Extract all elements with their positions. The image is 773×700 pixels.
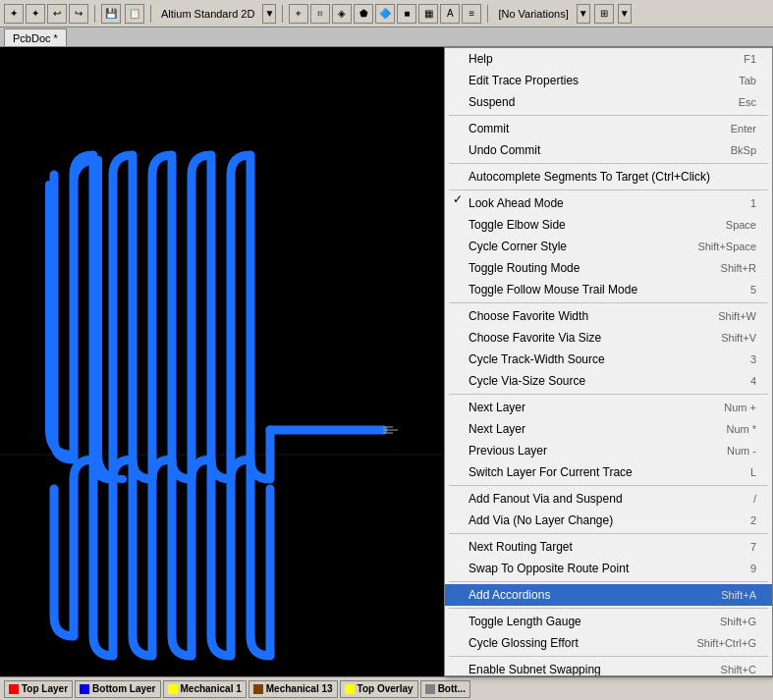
toolbar-btn-5[interactable]: 📋 — [125, 4, 144, 24]
menu-item-cycle-glossing[interactable]: Cycle Glossing EffortShift+Ctrl+G — [445, 632, 772, 654]
toolbar-btn-2[interactable]: ✦ — [26, 4, 45, 24]
status-layer-top-layer[interactable]: Top Layer — [4, 680, 73, 698]
menu-item-toggle-elbow[interactable]: Toggle Elbow SideSpace — [445, 214, 772, 236]
menu-label-suspend: Suspend — [469, 95, 723, 109]
menu-item-autocomplete[interactable]: Autocomplete Segments To Target (Ctrl+Cl… — [445, 166, 772, 188]
menu-label-help: Help — [469, 52, 728, 66]
menu-item-cycle-via-size[interactable]: Cycle Via-Size Source4 — [445, 370, 772, 392]
toolbar-btn-4[interactable]: ↪ — [69, 4, 88, 24]
status-layer-top-overlay[interactable]: Top Overlay — [340, 680, 418, 698]
menu-item-wrapper-toggle-follow: Toggle Follow Mouse Trail Mode5 — [445, 279, 772, 300]
toolbar-btn-r2[interactable]: ⌗ — [310, 4, 330, 24]
menu-item-next-layer1[interactable]: Next LayerNum + — [445, 397, 772, 418]
toolbar-btn-1[interactable]: ✦ — [4, 4, 24, 24]
menu-item-suspend[interactable]: SuspendEsc — [445, 91, 772, 113]
app-dropdown[interactable]: ▼ — [262, 4, 276, 24]
menu-item-next-layer2[interactable]: Next LayerNum * — [445, 418, 772, 440]
menu-label-toggle-length: Toggle Length Gauge — [469, 615, 704, 628]
menu-item-swap-opposite[interactable]: Swap To Opposite Route Point9 — [445, 558, 772, 579]
menu-item-wrapper-look-ahead: ✓Look Ahead Mode1 — [445, 192, 772, 214]
menu-item-commit[interactable]: CommitEnter — [445, 118, 772, 139]
menu-separator — [449, 581, 768, 582]
menu-item-toggle-length[interactable]: Toggle Length GaugeShift+G — [445, 611, 772, 632]
menu-item-wrapper-add-via: Add Via (No Layer Change)2 — [445, 510, 772, 531]
toolbar-btn-end-dropdown[interactable]: ▼ — [618, 4, 632, 24]
toolbar-btn-r6[interactable]: ■ — [397, 4, 416, 24]
toolbar-btn-save[interactable]: 💾 — [101, 4, 121, 24]
menu-item-wrapper-commit: CommitEnter — [445, 118, 772, 139]
menu-item-toggle-routing[interactable]: Toggle Routing ModeShift+R — [445, 257, 772, 279]
menu-item-prev-layer[interactable]: Previous LayerNum - — [445, 440, 772, 461]
toolbar: ✦ ✦ ↩ ↪ 💾 📋 Altium Standard 2D ▼ ⌖ ⌗ ◈ ⬟… — [0, 0, 773, 27]
toolbar-btn-last[interactable]: ⊞ — [594, 4, 614, 24]
menu-item-add-via[interactable]: Add Via (No Layer Change)2 — [445, 510, 772, 531]
menu-shortcut-next-routing: 7 — [750, 541, 756, 553]
menu-item-wrapper-help: HelpF1 — [445, 48, 772, 70]
layer-label-mech13: Mechanical 13 — [266, 683, 333, 694]
pcb-canvas[interactable] — [0, 47, 444, 676]
toolbar-sep-2 — [150, 5, 151, 23]
menu-label-choose-fav-width: Choose Favorite Width — [469, 309, 702, 323]
menu-shortcut-next-layer1: Num + — [724, 402, 756, 413]
menu-item-undo-commit[interactable]: Undo CommitBkSp — [445, 139, 772, 161]
menu-shortcut-cycle-corner: Shift+Space — [697, 241, 756, 252]
menu-item-wrapper-next-layer2: Next LayerNum * — [445, 418, 772, 440]
status-layer-bottom-layer[interactable]: Bottom Layer — [75, 680, 160, 698]
menu-item-help[interactable]: HelpF1 — [445, 48, 772, 70]
menu-item-wrapper-cycle-track-width: Cycle Track-Width Source3 — [445, 349, 772, 370]
menu-item-cycle-track-width[interactable]: Cycle Track-Width Source3 — [445, 349, 772, 370]
menu-item-wrapper-edit-trace: Edit Trace PropertiesTab — [445, 70, 772, 91]
menu-item-add-fanout[interactable]: Add Fanout Via and Suspend/ — [445, 488, 772, 510]
menu-item-wrapper-autocomplete: Autocomplete Segments To Target (Ctrl+Cl… — [445, 166, 772, 188]
toolbar-btn-r8[interactable]: A — [440, 4, 460, 24]
menu-label-toggle-elbow: Toggle Elbow Side — [469, 218, 710, 232]
menu-label-toggle-routing: Toggle Routing Mode — [469, 261, 705, 275]
menu-shortcut-cycle-track-width: 3 — [750, 353, 756, 365]
menu-separator — [449, 394, 768, 395]
menu-separator — [449, 163, 768, 164]
toolbar-btn-r9[interactable]: ≡ — [462, 4, 481, 24]
menu-separator — [449, 656, 768, 657]
status-layer-mech1[interactable]: Mechanical 1 — [163, 680, 247, 698]
status-layer-bottom2[interactable]: Bott... — [420, 680, 470, 698]
menu-label-choose-fav-via: Choose Favorite Via Size — [469, 331, 705, 345]
menu-separator — [449, 115, 768, 116]
menu-label-enable-subnet: Enable Subnet Swapping — [469, 663, 705, 676]
variation-dropdown[interactable]: ▼ — [577, 4, 590, 24]
menu-check-icon: ✓ — [453, 192, 463, 206]
layer-label-mech1: Mechanical 1 — [181, 683, 242, 694]
toolbar-btn-r5[interactable]: 🔷 — [375, 4, 395, 24]
toolbar-btn-r7[interactable]: ▦ — [418, 4, 438, 24]
menu-shortcut-help: F1 — [744, 53, 756, 65]
menu-label-swap-opposite: Swap To Opposite Route Point — [469, 562, 735, 575]
menu-item-look-ahead[interactable]: Look Ahead Mode1 — [445, 192, 772, 214]
menu-shortcut-swap-opposite: 9 — [750, 563, 756, 574]
menu-item-switch-layer[interactable]: Switch Layer For Current TraceL — [445, 461, 772, 483]
status-layer-mech13[interactable]: Mechanical 13 — [248, 680, 338, 698]
tabbar: PcbDoc * — [0, 27, 773, 47]
menu-item-wrapper-next-routing: Next Routing Target7 — [445, 536, 772, 558]
menu-shortcut-edit-trace: Tab — [739, 75, 756, 86]
menu-item-next-routing[interactable]: Next Routing Target7 — [445, 536, 772, 558]
menu-item-choose-fav-width[interactable]: Choose Favorite WidthShift+W — [445, 305, 772, 327]
menu-item-wrapper-add-accordions: Add AccordionsShift+A — [445, 584, 772, 606]
toolbar-btn-r4[interactable]: ⬟ — [354, 4, 373, 24]
menu-item-add-accordions[interactable]: Add AccordionsShift+A — [445, 584, 772, 606]
menu-item-enable-subnet[interactable]: Enable Subnet SwappingShift+C — [445, 659, 772, 676]
layer-label-bottom-layer: Bottom Layer — [92, 683, 155, 694]
menu-shortcut-commit: Enter — [731, 123, 756, 135]
menu-separator — [449, 302, 768, 303]
pcbdoc-tab[interactable]: PcbDoc * — [4, 28, 67, 46]
menu-item-edit-trace[interactable]: Edit Trace PropertiesTab — [445, 70, 772, 91]
menu-shortcut-choose-fav-width: Shift+W — [718, 310, 756, 322]
toolbar-btn-r1[interactable]: ⌖ — [289, 4, 308, 24]
layer-color-top-layer — [9, 684, 19, 694]
menu-item-cycle-corner[interactable]: Cycle Corner StyleShift+Space — [445, 236, 772, 257]
menu-separator — [449, 533, 768, 534]
menu-item-toggle-follow[interactable]: Toggle Follow Mouse Trail Mode5 — [445, 279, 772, 300]
toolbar-btn-r3[interactable]: ◈ — [332, 4, 352, 24]
toolbar-btn-3[interactable]: ↩ — [47, 4, 67, 24]
menu-item-choose-fav-via[interactable]: Choose Favorite Via SizeShift+V — [445, 327, 772, 349]
menu-separator — [449, 189, 768, 190]
app-name-label: Altium Standard 2D — [157, 8, 258, 20]
